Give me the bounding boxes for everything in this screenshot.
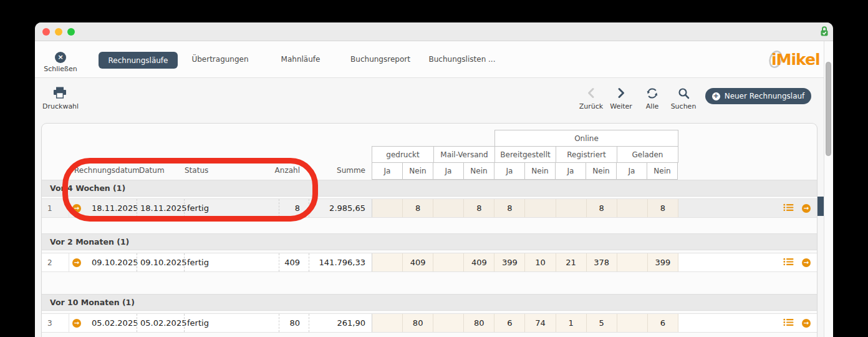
tab-mahnlaeufe[interactable]: Mahnläufe xyxy=(281,55,321,64)
cell-datum: 05.02.2025 xyxy=(137,314,184,332)
goto-record-icon[interactable]: → xyxy=(802,258,811,267)
row-number: 3 xyxy=(42,314,69,332)
col-header-nein: Nein xyxy=(524,162,556,180)
tab-buchungsreport[interactable]: Buchungsreport xyxy=(350,55,410,64)
cell-summe: 141.796,33 xyxy=(309,253,372,271)
cell-mail-ja xyxy=(433,314,463,332)
chevron-right-icon xyxy=(604,87,639,99)
open-record-icon[interactable]: → xyxy=(72,319,81,328)
col-header-ja: Ja xyxy=(555,162,586,180)
cell-geladen-ja xyxy=(617,314,647,332)
col-header-datum[interactable]: Datum xyxy=(139,166,165,175)
cell-registriert-ja: 1 xyxy=(556,314,586,332)
cell-registriert-ja: 21 xyxy=(556,253,586,271)
app-window: × Schließen Rechnungsläufe Übertragungen… xyxy=(35,22,833,337)
table-row[interactable]: 1 → 18.11.2025 18.11.2025 fertig 8 2.985… xyxy=(42,198,817,218)
tab-uebertragungen[interactable]: Übertragungen xyxy=(191,55,248,64)
cell-registriert-nein: 378 xyxy=(586,253,617,271)
col-header-anzahl[interactable]: Anzahl xyxy=(254,166,300,175)
col-header-nein: Nein xyxy=(647,162,678,180)
open-record-icon[interactable]: → xyxy=(72,204,81,213)
refresh-icon xyxy=(635,87,670,99)
col-header-online: Online xyxy=(494,130,678,147)
close-circle-icon: × xyxy=(55,52,66,63)
col-header-geladen: Geladen xyxy=(617,146,678,163)
col-header-status[interactable]: Status xyxy=(185,166,208,175)
cell-bereitgestellt-ja: 399 xyxy=(494,253,524,271)
next-button[interactable]: Weiter xyxy=(604,87,639,110)
cell-datum: 18.11.2025 xyxy=(137,199,184,217)
show-all-button[interactable]: Alle xyxy=(635,87,670,110)
col-header-mail-versand: Mail-Versand xyxy=(433,146,495,163)
next-label: Weiter xyxy=(604,102,639,110)
print-options-button[interactable]: Druckwahl xyxy=(42,87,77,110)
row-list-icon[interactable] xyxy=(783,203,794,213)
cell-mail-nein: 409 xyxy=(463,253,494,271)
cell-geladen-nein: 8 xyxy=(647,199,678,217)
action-toolbar: Druckwahl Zurück Weiter xyxy=(35,79,833,123)
cell-rechnungsdatum: 09.10.2025 xyxy=(84,253,137,271)
cell-status: fertig xyxy=(184,199,279,217)
printer-icon xyxy=(42,87,77,99)
cell-mail-ja xyxy=(433,253,463,271)
scrollbar-thumb[interactable] xyxy=(826,62,831,156)
table-row[interactable]: 3 → 05.02.2025 05.02.2025 fertig 80 261,… xyxy=(42,313,817,333)
close-window-button[interactable] xyxy=(42,28,50,36)
cell-summe: 261,90 xyxy=(309,314,372,332)
minimize-window-button[interactable] xyxy=(55,28,62,36)
cell-gedruckt-nein: 409 xyxy=(402,253,433,271)
header-group-row: gedruckt Mail-Versand Bereitgestellt Reg… xyxy=(372,146,678,163)
cell-registriert-nein: 8 xyxy=(586,199,617,217)
close-button[interactable]: × Schließen xyxy=(42,50,79,73)
col-header-bereitgestellt: Bereitgestellt xyxy=(494,146,556,163)
col-header-nein: Nein xyxy=(463,162,494,180)
new-invoice-run-label: Neuer Rechnungslauf xyxy=(725,92,805,100)
table-header-right: Online gedruckt Mail-Versand Bereitgeste… xyxy=(372,130,678,180)
cell-status: fertig xyxy=(184,253,279,271)
cell-anzahl: 409 xyxy=(279,253,309,271)
cell-bereitgestellt-ja: 6 xyxy=(494,314,524,332)
row-list-icon[interactable] xyxy=(783,258,794,268)
open-record-icon[interactable]: → xyxy=(72,258,81,267)
col-header-ja: Ja xyxy=(372,162,403,180)
group-header: Vor 4 Wochen (1) xyxy=(42,180,817,197)
cell-gedruckt-ja xyxy=(372,199,402,217)
search-button[interactable]: Suchen xyxy=(666,87,701,110)
row-list-icon[interactable] xyxy=(783,318,794,328)
vertical-scrollbar[interactable] xyxy=(824,41,833,337)
cell-gedruckt-ja xyxy=(372,314,402,332)
cell-bereitgestellt-ja: 8 xyxy=(494,199,524,217)
tab-buchungslisten[interactable]: Buchungslisten ... xyxy=(429,55,496,64)
cell-bereitgestellt-nein: 74 xyxy=(524,314,555,332)
print-label: Druckwahl xyxy=(42,102,77,110)
cell-geladen-nein: 6 xyxy=(647,314,678,332)
cell-mail-ja xyxy=(433,199,463,217)
tab-toolbar: × Schließen Rechnungsläufe Übertragungen… xyxy=(35,41,833,78)
col-header-registriert: Registriert xyxy=(556,146,617,163)
cell-anzahl: 80 xyxy=(279,314,309,332)
cell-status: fertig xyxy=(184,314,279,332)
tab-rechnungslaeufe[interactable]: Rechnungsläufe xyxy=(99,52,178,69)
all-label: Alle xyxy=(635,102,670,110)
lock-icon xyxy=(820,26,829,39)
logo-text: iMikel xyxy=(771,51,820,69)
cell-summe: 2.985,65 xyxy=(309,199,372,217)
col-header-ja: Ja xyxy=(494,162,525,180)
cell-anzahl: 8 xyxy=(279,199,309,217)
close-label: Schließen xyxy=(42,65,79,73)
goto-record-icon[interactable]: → xyxy=(802,204,811,213)
col-header-summe[interactable]: Summe xyxy=(316,166,365,175)
row-number: 2 xyxy=(42,253,69,271)
cell-rechnungsdatum: 18.11.2025 xyxy=(84,199,137,217)
cell-mail-nein: 8 xyxy=(463,199,494,217)
zoom-window-button[interactable] xyxy=(67,28,75,36)
cell-mail-nein: 80 xyxy=(463,314,494,332)
cell-registriert-nein: 5 xyxy=(586,314,617,332)
col-header-ja: Ja xyxy=(616,162,647,180)
col-header-nein: Nein xyxy=(586,162,617,180)
col-header-rechnungsdatum[interactable]: Rechnungsdatum xyxy=(74,166,140,175)
group-header: Vor 2 Monaten (1) xyxy=(42,233,817,250)
table-row[interactable]: 2 → 09.10.2025 09.10.2025 fertig 409 141… xyxy=(42,253,817,272)
new-invoice-run-button[interactable]: + Neuer Rechnungslauf xyxy=(705,88,811,104)
goto-record-icon[interactable]: → xyxy=(802,319,811,328)
